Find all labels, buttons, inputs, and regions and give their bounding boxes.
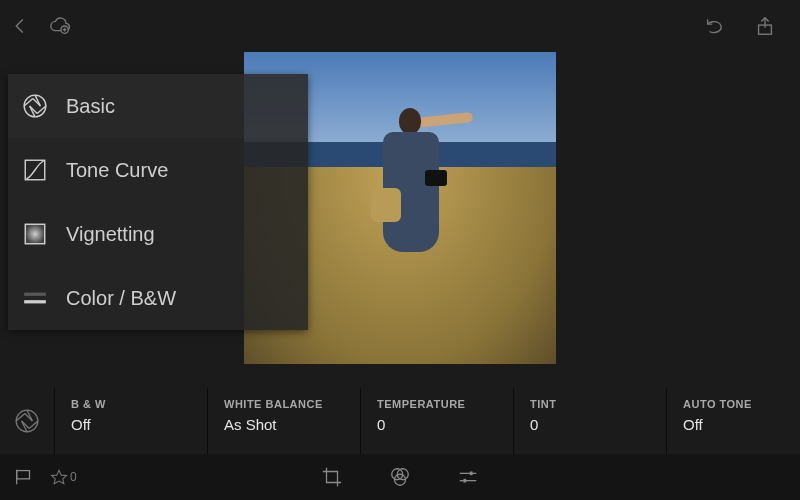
param-temperature[interactable]: TEMPERATURE 0 <box>361 388 514 454</box>
parameter-bar[interactable]: B & W Off WHITE BALANCE As Shot TEMPERAT… <box>0 388 800 454</box>
svg-point-5 <box>24 95 46 117</box>
crop-button[interactable] <box>320 465 344 489</box>
svg-marker-26 <box>52 470 67 484</box>
cloud-plus-icon <box>49 15 71 37</box>
param-name: WHITE BALANCE <box>224 398 344 410</box>
param-bw[interactable]: B & W Off <box>55 388 208 454</box>
rating-count: 0 <box>70 470 77 484</box>
panel-item-label: Vignetting <box>66 223 155 246</box>
panel-item-basic[interactable]: Basic <box>8 74 308 138</box>
param-name: AUTO TONE <box>683 398 800 410</box>
share-icon <box>754 15 776 37</box>
back-button[interactable] <box>0 0 40 52</box>
share-button[interactable] <box>754 0 776 52</box>
bottom-toolbar: 0 <box>0 454 800 500</box>
panel-item-label: Tone Curve <box>66 159 168 182</box>
param-white-balance[interactable]: WHITE BALANCE As Shot <box>208 388 361 454</box>
presets-icon <box>389 466 411 488</box>
adjust-button[interactable] <box>456 465 480 489</box>
param-value: Off <box>683 416 800 433</box>
vignette-icon <box>22 221 48 247</box>
svg-point-17 <box>16 410 38 432</box>
undo-button[interactable] <box>704 0 726 52</box>
svg-rect-16 <box>24 300 46 303</box>
param-auto-tone[interactable]: AUTO TONE Off <box>667 388 800 454</box>
color-bw-icon <box>22 285 48 311</box>
edit-panel-menu: Basic Tone Curve Vignetting Color / B&W <box>8 74 308 330</box>
svg-rect-24 <box>17 471 30 479</box>
flag-button[interactable] <box>12 465 36 489</box>
rating-button[interactable]: 0 <box>50 468 77 486</box>
cloud-add-button[interactable] <box>40 0 80 52</box>
sliders-icon <box>457 466 479 488</box>
param-value: Off <box>71 416 191 433</box>
param-name: TINT <box>530 398 650 410</box>
top-bar <box>0 0 800 52</box>
chevron-left-icon <box>9 15 31 37</box>
param-value: As Shot <box>224 416 344 433</box>
panel-item-tone-curve[interactable]: Tone Curve <box>8 138 308 202</box>
svg-rect-33 <box>463 479 466 483</box>
svg-rect-32 <box>470 472 473 476</box>
star-icon <box>50 468 68 486</box>
param-name: B & W <box>71 398 191 410</box>
aperture-icon <box>22 93 48 119</box>
crop-icon <box>321 466 343 488</box>
param-value: 0 <box>530 416 650 433</box>
tone-curve-icon <box>22 157 48 183</box>
panel-item-vignetting[interactable]: Vignetting <box>8 202 308 266</box>
param-tint[interactable]: TINT 0 <box>514 388 667 454</box>
panel-item-label: Basic <box>66 95 115 118</box>
presets-button[interactable] <box>388 465 412 489</box>
svg-rect-14 <box>25 224 45 244</box>
panel-item-label: Color / B&W <box>66 287 176 310</box>
parameter-bar-icon[interactable] <box>0 388 55 454</box>
param-name: TEMPERATURE <box>377 398 497 410</box>
undo-icon <box>704 15 726 37</box>
aperture-icon <box>14 408 40 434</box>
flag-icon <box>13 466 35 488</box>
panel-item-color-bw[interactable]: Color / B&W <box>8 266 308 330</box>
svg-rect-15 <box>24 293 46 296</box>
param-value: 0 <box>377 416 497 433</box>
